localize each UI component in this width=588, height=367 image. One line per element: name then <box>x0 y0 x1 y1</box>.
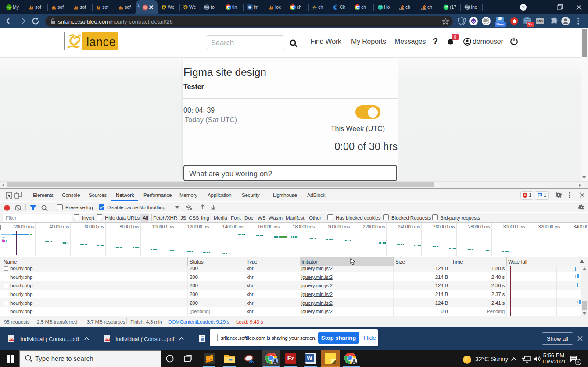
svg-text:up: up <box>7 6 11 9</box>
svg-text:2: 2 <box>577 360 579 364</box>
svg-text:17: 17 <box>444 5 448 9</box>
